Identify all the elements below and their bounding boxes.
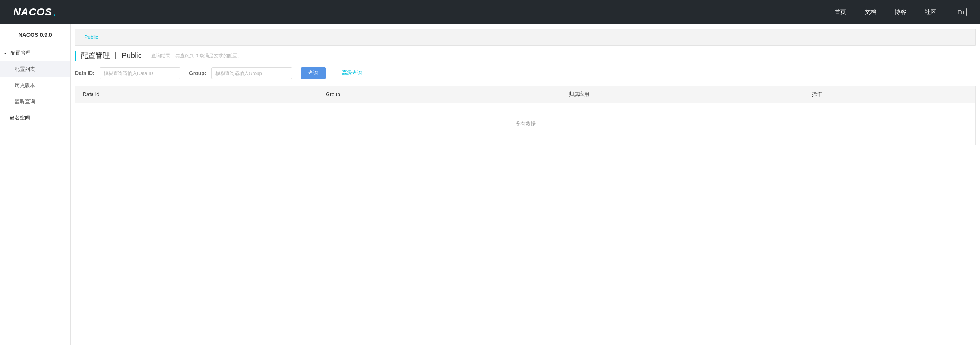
config-table: Data Id Group 归属应用: 操作 没有数据 bbox=[75, 86, 975, 145]
logo[interactable]: NACOS . bbox=[13, 5, 56, 19]
dataid-input[interactable] bbox=[100, 67, 180, 79]
tab-public[interactable]: Public bbox=[75, 29, 107, 45]
nav-community[interactable]: 社区 bbox=[925, 8, 936, 16]
sidebar: NACOS 0.9.0 配置管理 配置列表 历史版本 监听查询 命名空间 bbox=[0, 24, 71, 345]
empty-text: 没有数据 bbox=[75, 103, 975, 145]
top-nav: 首页 文档 博客 社区 En bbox=[835, 8, 967, 16]
col-dataid: Data Id bbox=[75, 86, 318, 103]
sidebar-subitem-config-list[interactable]: 配置列表 bbox=[0, 61, 70, 77]
group-label: Group: bbox=[189, 70, 206, 76]
dataid-label: Data ID: bbox=[75, 70, 95, 76]
page-title-main: 配置管理 bbox=[81, 51, 110, 59]
col-group: Group bbox=[318, 86, 562, 103]
advanced-query-link[interactable]: 高级查询 bbox=[342, 70, 363, 76]
query-result-hint: 查询结果：共查询到 0 条满足要求的配置。 bbox=[151, 53, 242, 59]
sidebar-item-label: 配置管理 bbox=[10, 50, 31, 56]
nav-home[interactable]: 首页 bbox=[835, 8, 846, 16]
lang-switch-button[interactable]: En bbox=[955, 8, 967, 16]
sidebar-item-config[interactable]: 配置管理 bbox=[0, 45, 70, 61]
sidebar-subitem-listener[interactable]: 监听查询 bbox=[0, 94, 70, 110]
col-app: 归属应用: bbox=[562, 86, 805, 103]
logo-text: NACOS bbox=[13, 6, 52, 18]
group-input[interactable] bbox=[212, 67, 292, 79]
page-title: 配置管理 | Public bbox=[81, 51, 142, 61]
body-wrap: NACOS 0.9.0 配置管理 配置列表 历史版本 监听查询 命名空间 Pub… bbox=[0, 24, 980, 345]
page-title-row: 配置管理 | Public 查询结果：共查询到 0 条满足要求的配置。 bbox=[75, 51, 975, 61]
app-header: NACOS . 首页 文档 博客 社区 En bbox=[0, 0, 980, 24]
query-button[interactable]: 查询 bbox=[301, 67, 326, 79]
sidebar-item-namespace[interactable]: 命名空间 bbox=[0, 110, 70, 126]
logo-dot: . bbox=[53, 5, 56, 19]
sidebar-subitem-history[interactable]: 历史版本 bbox=[0, 77, 70, 94]
empty-row: 没有数据 bbox=[75, 103, 975, 145]
nav-docs[interactable]: 文档 bbox=[865, 8, 876, 16]
nav-blog[interactable]: 博客 bbox=[895, 8, 906, 16]
col-op: 操作 bbox=[805, 86, 975, 103]
page-title-sub: Public bbox=[122, 51, 142, 59]
sidebar-title: NACOS 0.9.0 bbox=[0, 24, 70, 45]
namespace-tabs: Public bbox=[75, 29, 975, 46]
search-row: Data ID: Group: 查询 高级查询 bbox=[75, 67, 975, 79]
page-title-sep: | bbox=[115, 51, 117, 59]
main-content: Public 配置管理 | Public 查询结果：共查询到 0 条满足要求的配… bbox=[71, 24, 980, 345]
